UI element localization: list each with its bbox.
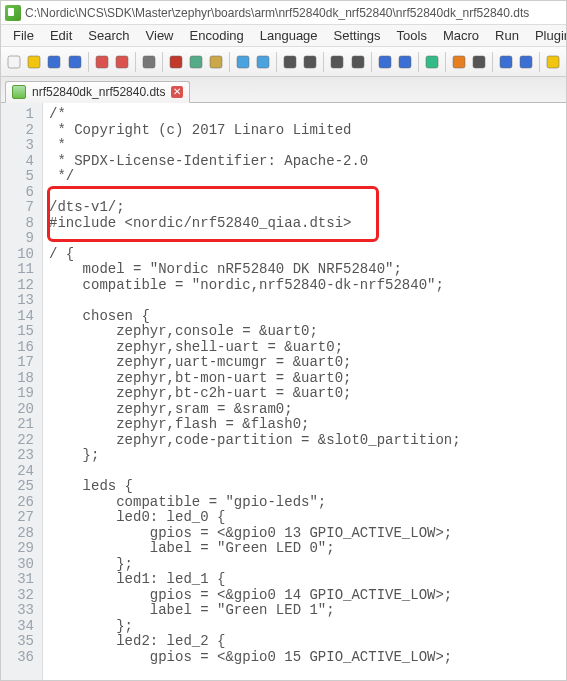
tab-label: nrf52840dk_nrf52840.dts — [32, 85, 165, 99]
code-line[interactable]: zephyr,shell-uart = &uart0; — [49, 340, 560, 356]
tab-close-button[interactable]: ✕ — [171, 86, 183, 98]
doc-map-icon[interactable] — [497, 51, 515, 73]
code-line[interactable]: zephyr,bt-c2h-uart = &uart0; — [49, 386, 560, 402]
toolbar-separator — [371, 52, 372, 72]
svg-rect-15 — [352, 56, 364, 68]
code-line[interactable]: /dts-v1/; — [49, 200, 560, 216]
code-line[interactable]: zephyr,bt-mon-uart = &uart0; — [49, 371, 560, 387]
find-icon[interactable] — [281, 51, 299, 73]
close-icon[interactable] — [93, 51, 111, 73]
code-line[interactable]: compatible = "nordic,nrf52840-dk-nrf5284… — [49, 278, 560, 294]
code-line[interactable] — [49, 464, 560, 480]
code-line[interactable]: */ — [49, 169, 560, 185]
menu-item-settings[interactable]: Settings — [326, 26, 389, 45]
code-line[interactable]: chosen { — [49, 309, 560, 325]
eol-icon[interactable] — [470, 51, 488, 73]
func-list-icon[interactable] — [517, 51, 535, 73]
code-area[interactable]: /* * Copyright (c) 2017 Linaro Limited *… — [43, 103, 566, 681]
code-line[interactable]: leds { — [49, 479, 560, 495]
svg-rect-0 — [8, 56, 20, 68]
menu-item-plugins[interactable]: Plugins — [527, 26, 567, 45]
code-line[interactable]: }; — [49, 448, 560, 464]
indent-guide-icon[interactable] — [450, 51, 468, 73]
svg-rect-6 — [143, 56, 155, 68]
code-line[interactable] — [49, 293, 560, 309]
menu-item-run[interactable]: Run — [487, 26, 527, 45]
menu-item-edit[interactable]: Edit — [42, 26, 80, 45]
line-number: 22 — [5, 433, 34, 449]
editor[interactable]: 1234567891011121314151617181920212223242… — [1, 103, 566, 681]
code-line[interactable]: * — [49, 138, 560, 154]
svg-rect-16 — [379, 56, 391, 68]
line-number: 24 — [5, 464, 34, 480]
toolbar-separator — [418, 52, 419, 72]
menu-item-macro[interactable]: Macro — [435, 26, 487, 45]
line-number: 12 — [5, 278, 34, 294]
code-line[interactable]: led1: led_1 { — [49, 572, 560, 588]
code-line[interactable]: model = "Nordic nRF52840 DK NRF52840"; — [49, 262, 560, 278]
save-all-icon[interactable] — [66, 51, 84, 73]
line-number: 30 — [5, 557, 34, 573]
code-line[interactable]: }; — [49, 619, 560, 635]
svg-rect-7 — [170, 56, 182, 68]
new-file-icon[interactable] — [5, 51, 23, 73]
svg-rect-8 — [190, 56, 202, 68]
line-number: 23 — [5, 448, 34, 464]
close-all-icon[interactable] — [113, 51, 131, 73]
line-number: 35 — [5, 634, 34, 650]
menu-item-view[interactable]: View — [138, 26, 182, 45]
toolbar-separator — [492, 52, 493, 72]
zoom-out-icon[interactable] — [348, 51, 366, 73]
paste-icon[interactable] — [207, 51, 225, 73]
code-line[interactable]: zephyr,console = &uart0; — [49, 324, 560, 340]
code-line[interactable]: / { — [49, 247, 560, 263]
wrap-icon[interactable] — [423, 51, 441, 73]
cut-icon[interactable] — [167, 51, 185, 73]
code-line[interactable]: gpios = <&gpio0 15 GPIO_ACTIVE_LOW>; — [49, 650, 560, 666]
svg-rect-19 — [453, 56, 465, 68]
code-line[interactable] — [49, 231, 560, 247]
line-number: 11 — [5, 262, 34, 278]
open-file-icon[interactable] — [25, 51, 43, 73]
tab-active[interactable]: nrf52840dk_nrf52840.dts ✕ — [5, 81, 190, 103]
line-number: 25 — [5, 479, 34, 495]
code-line[interactable]: zephyr,code-partition = &slot0_partition… — [49, 433, 560, 449]
replace-icon[interactable] — [301, 51, 319, 73]
print-icon[interactable] — [140, 51, 158, 73]
line-number: 32 — [5, 588, 34, 604]
copy-icon[interactable] — [187, 51, 205, 73]
code-line[interactable]: #include <nordic/nrf52840_qiaa.dtsi> — [49, 216, 560, 232]
menu-item-encoding[interactable]: Encoding — [182, 26, 252, 45]
sync-v-icon[interactable] — [375, 51, 393, 73]
code-line[interactable]: }; — [49, 557, 560, 573]
sync-h-icon[interactable] — [396, 51, 414, 73]
svg-rect-17 — [399, 56, 411, 68]
redo-icon[interactable] — [254, 51, 272, 73]
menu-item-tools[interactable]: Tools — [389, 26, 435, 45]
code-line[interactable]: label = "Green LED 1"; — [49, 603, 560, 619]
code-line[interactable]: gpios = <&gpio0 14 GPIO_ACTIVE_LOW>; — [49, 588, 560, 604]
undo-icon[interactable] — [234, 51, 252, 73]
folder-icon[interactable] — [544, 51, 562, 73]
menu-item-language[interactable]: Language — [252, 26, 326, 45]
line-number: 10 — [5, 247, 34, 263]
zoom-in-icon[interactable] — [328, 51, 346, 73]
code-line[interactable]: compatible = "gpio-leds"; — [49, 495, 560, 511]
code-line[interactable]: /* — [49, 107, 560, 123]
svg-rect-3 — [69, 56, 81, 68]
menu-item-file[interactable]: File — [5, 26, 42, 45]
code-line[interactable]: * Copyright (c) 2017 Linaro Limited — [49, 123, 560, 139]
code-line[interactable]: zephyr,sram = &sram0; — [49, 402, 560, 418]
menu-item-search[interactable]: Search — [80, 26, 137, 45]
code-line[interactable]: zephyr,flash = &flash0; — [49, 417, 560, 433]
code-line[interactable]: zephyr,uart-mcumgr = &uart0; — [49, 355, 560, 371]
code-line[interactable]: led2: led_2 { — [49, 634, 560, 650]
code-line[interactable]: led0: led_0 { — [49, 510, 560, 526]
code-line[interactable]: * SPDX-License-Identifier: Apache-2.0 — [49, 154, 560, 170]
code-line[interactable]: gpios = <&gpio0 13 GPIO_ACTIVE_LOW>; — [49, 526, 560, 542]
code-line[interactable]: label = "Green LED 0"; — [49, 541, 560, 557]
code-line[interactable] — [49, 185, 560, 201]
toolbar-separator — [323, 52, 324, 72]
svg-rect-13 — [304, 56, 316, 68]
save-icon[interactable] — [45, 51, 63, 73]
